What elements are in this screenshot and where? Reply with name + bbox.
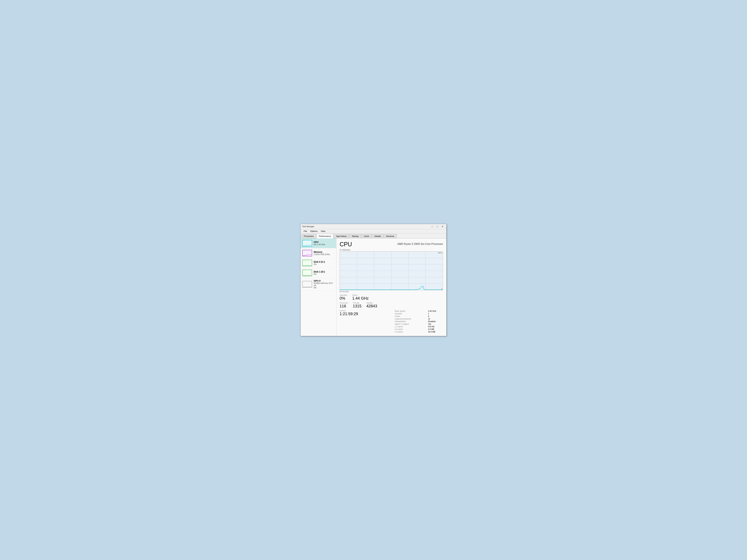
bottom-section: Up time 1:21:59:29 Base speed:3.40 GHzSo…	[340, 310, 443, 333]
chart-y-min: 0	[441, 288, 442, 290]
disk1-sidebar-detail: 0%	[314, 273, 325, 275]
window-controls: — □ ✕	[430, 225, 445, 228]
tab-processes[interactable]: Processes	[301, 234, 316, 238]
disk0-sidebar-detail: 3%	[314, 263, 325, 265]
spec-row: L3 cache:16.0 MB	[395, 331, 443, 333]
task-manager-window: Task Manager — □ ✕ File Options View Pro…	[301, 224, 446, 336]
spec-label: L1 cache:	[395, 325, 428, 328]
cpu-sidebar-info: CPU 0% 1.44 GHz	[314, 241, 325, 246]
cpu-chart-section: % Utilization	[340, 249, 443, 292]
cpu-header: CPU AMD Ryzen 5 2600 Six-Core Processor	[340, 241, 443, 248]
spec-label: Sockets:	[395, 313, 428, 315]
threads-stat: Threads 1315	[353, 302, 361, 309]
disk0-sidebar-name: Disk 0 (C:)	[314, 261, 325, 263]
tab-app-history[interactable]: App history	[334, 234, 349, 238]
gpu0-thumbnail	[302, 281, 312, 288]
spec-label: L3 cache:	[395, 331, 428, 333]
spec-row: Hyper-V support:Yes	[395, 323, 443, 325]
menu-options[interactable]: Options	[309, 230, 319, 233]
tab-bar: Processes Performance App history Startu…	[301, 233, 446, 238]
disk1-sidebar-info: Disk 1 (D:) 0%	[314, 270, 325, 275]
close-button[interactable]: ✕	[440, 225, 445, 228]
handles-label: Handles	[366, 302, 377, 304]
spec-value: 576 KB	[428, 325, 443, 328]
tab-users[interactable]: Users	[361, 234, 372, 238]
cpu-model: AMD Ryzen 5 2600 Six-Core Processor	[397, 241, 443, 245]
spec-value: Disabled	[428, 320, 443, 323]
spec-row: Cores:6	[395, 315, 443, 317]
speed-stat: Speed 1.44 GHz	[352, 294, 369, 300]
tab-services[interactable]: Services	[384, 234, 397, 238]
uptime-label: Up time	[340, 310, 391, 312]
spec-label: L2 cache:	[395, 328, 428, 330]
titlebar: Task Manager — □ ✕	[301, 224, 446, 229]
processes-stat: Processes 116	[340, 302, 348, 309]
cpu-thumbnail	[302, 240, 312, 246]
threads-value: 1315	[353, 304, 361, 309]
spec-row: Base speed:3.40 GHz	[395, 310, 443, 312]
menu-view[interactable]: View	[319, 230, 327, 233]
cpu-title: CPU	[340, 241, 352, 248]
memory-sidebar-info: Memory 2.0/16.0 GB (13%)	[314, 251, 330, 256]
tab-details[interactable]: Details	[372, 234, 383, 238]
svg-rect-1	[303, 250, 312, 256]
maximize-button[interactable]: □	[435, 225, 440, 228]
disk1-thumbnail	[302, 270, 312, 276]
processes-value: 116	[340, 304, 348, 309]
tab-performance[interactable]: Performance	[316, 234, 333, 238]
chart-x-label: 60 seconds	[340, 291, 443, 292]
utilization-value: 0%	[340, 296, 347, 300]
spec-label: Hyper-V support:	[395, 323, 428, 325]
tab-startup[interactable]: Startup	[349, 234, 361, 238]
gpu0-sidebar-info: GPU 0 NVIDIA GeForce GTX 16: 0%	[314, 279, 335, 289]
content-area: CPU 0% 1.44 GHz Memory 2.0/16.0 GB (13%)	[301, 238, 446, 336]
cpu-chart: 100% 0	[340, 251, 443, 290]
spec-label: Logical processors:	[395, 318, 428, 320]
stats-row-1: Utilization 0% Speed 1.44 GHz	[340, 294, 443, 300]
uptime-section: Up time 1:21:59:29	[340, 310, 391, 333]
handles-stat: Handles 42843	[366, 302, 377, 309]
svg-rect-2	[303, 260, 312, 266]
minimize-button[interactable]: —	[430, 225, 435, 228]
spec-label: Cores:	[395, 315, 428, 317]
spec-row: L2 cache:3.0 MB	[395, 328, 443, 330]
gpu0-sidebar-detail-line1: NVIDIA GeForce GTX 16:	[314, 282, 335, 287]
main-panel: CPU AMD Ryzen 5 2600 Six-Core Processor …	[336, 238, 446, 336]
processes-label: Processes	[340, 302, 348, 304]
svg-rect-4	[303, 281, 312, 287]
specs-table: Base speed:3.40 GHzSockets:1Cores:6Logic…	[394, 310, 443, 333]
sidebar-item-cpu[interactable]: CPU 0% 1.44 GHz	[301, 238, 336, 248]
memory-sidebar-name: Memory	[314, 251, 330, 253]
spec-value: 1	[428, 313, 443, 315]
spec-value: 12	[428, 318, 443, 320]
spec-value: 3.0 MB	[428, 328, 443, 330]
spec-row: Virtualization:Disabled	[395, 320, 443, 323]
cpu-sidebar-detail: 0% 1.44 GHz	[314, 243, 325, 246]
svg-rect-3	[303, 270, 312, 276]
spec-row: L1 cache:576 KB	[395, 325, 443, 328]
speed-value: 1.44 GHz	[352, 296, 369, 300]
chart-svg	[340, 251, 443, 290]
menubar: File Options View	[301, 229, 446, 233]
threads-label: Threads	[353, 302, 361, 304]
disk0-sidebar-info: Disk 0 (C:) 3%	[314, 261, 325, 265]
spec-row: Logical processors:12	[395, 318, 443, 320]
svg-rect-0	[303, 240, 312, 246]
spec-label: Base speed:	[395, 310, 428, 312]
chart-y-max: 100%	[438, 252, 442, 254]
memory-thumbnail	[302, 250, 312, 256]
cpu-sidebar-name: CPU	[314, 241, 325, 243]
spec-row: Sockets:1	[395, 313, 443, 315]
sidebar: CPU 0% 1.44 GHz Memory 2.0/16.0 GB (13%)	[301, 238, 336, 336]
utilization-stat: Utilization 0%	[340, 294, 347, 300]
spec-value: 16.0 MB	[428, 331, 443, 333]
sidebar-item-disk1[interactable]: Disk 1 (D:) 0%	[301, 268, 336, 278]
sidebar-item-disk0[interactable]: Disk 0 (C:) 3%	[301, 258, 336, 268]
memory-sidebar-detail: 2.0/16.0 GB (13%)	[314, 253, 330, 256]
menu-file[interactable]: File	[302, 230, 309, 233]
sidebar-item-memory[interactable]: Memory 2.0/16.0 GB (13%)	[301, 248, 336, 258]
title-text: Task Manager	[302, 225, 314, 228]
gpu0-sidebar-detail-line2: 0%	[314, 287, 335, 289]
sidebar-item-gpu0[interactable]: GPU 0 NVIDIA GeForce GTX 16: 0%	[301, 278, 336, 291]
specs-section: Base speed:3.40 GHzSockets:1Cores:6Logic…	[394, 310, 443, 333]
